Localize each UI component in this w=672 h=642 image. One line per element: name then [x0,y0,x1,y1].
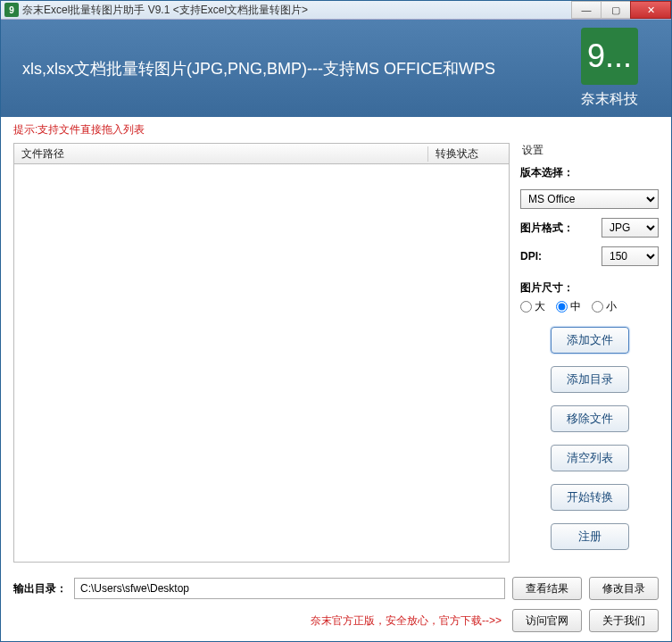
app-icon: 9 [4,3,19,17]
close-button[interactable]: ✕ [630,1,671,19]
size-radio-group: 大 中 小 [520,299,659,314]
company-name: 奈末科技 [569,90,650,109]
start-convert-button[interactable]: 开始转换 [551,484,629,511]
bottom-area: 输出目录： 查看结果 修改目录 奈末官方正版，安全放心，官方下载-->> 访问官… [1,570,671,641]
footer-text: 奈末官方正版，安全放心，官方下载-->> [311,613,502,629]
size-medium[interactable]: 中 [556,299,581,314]
col-status[interactable]: 转换状态 [428,146,509,162]
register-button[interactable]: 注册 [551,523,629,550]
add-file-button[interactable]: 添加文件 [551,327,629,354]
dpi-field: DPI: 150 [520,246,659,266]
change-dir-button[interactable]: 修改目录 [589,577,659,600]
file-list-panel: 文件路径 转换状态 [13,143,510,563]
settings-panel: 设置 版本选择： MS Office 图片格式： JPG DPI: 150 [520,143,659,563]
minimize-button[interactable]: — [571,1,601,19]
format-field: 图片格式： JPG [520,218,659,238]
format-label: 图片格式： [520,221,601,236]
size-large[interactable]: 大 [520,299,545,314]
maximize-button[interactable]: ▢ [601,1,631,19]
banner: xls,xlsx文档批量转图片(JPG,PNG,BMP)---支持MS OFFI… [1,20,671,117]
add-dir-button[interactable]: 添加目录 [551,366,629,393]
dpi-label: DPI: [520,250,601,263]
size-label: 图片尺寸： [520,280,659,296]
clear-list-button[interactable]: 清空列表 [551,445,629,471]
size-small[interactable]: 小 [592,299,617,314]
output-row: 输出目录： 查看结果 修改目录 [13,577,659,600]
view-result-button[interactable]: 查看结果 [512,577,582,600]
hint-text: 提示:支持文件直接拖入列表 [1,117,671,143]
visit-site-button[interactable]: 访问官网 [512,609,582,632]
output-label: 输出目录： [13,581,67,596]
app-window: 9 奈末Excel批量转图片助手 V9.1 <支持Excel文档批量转图片> —… [0,0,672,642]
window-controls: — ▢ ✕ [572,1,671,19]
main-area: 文件路径 转换状态 设置 版本选择： MS Office 图片格式： JPG D… [1,143,671,570]
dpi-select[interactable]: 150 [601,246,659,266]
output-path-input[interactable] [74,578,505,599]
table-header: 文件路径 转换状态 [13,143,510,164]
banner-logo: 9... 奈末科技 [569,28,650,109]
window-title: 奈末Excel批量转图片助手 V9.1 <支持Excel文档批量转图片> [22,3,572,18]
footer-row: 奈末官方正版，安全放心，官方下载-->> 访问官网 关于我们 [13,609,659,632]
table-body[interactable] [13,164,510,563]
version-field: 版本选择： [520,165,659,180]
logo-icon: 9... [581,28,638,85]
banner-headline: xls,xlsx文档批量转图片(JPG,PNG,BMP)---支持MS OFFI… [22,58,569,79]
remove-file-button[interactable]: 移除文件 [551,405,629,432]
titlebar: 9 奈末Excel批量转图片助手 V9.1 <支持Excel文档批量转图片> —… [1,1,671,20]
about-button[interactable]: 关于我们 [589,609,659,632]
version-label: 版本选择： [520,165,659,180]
settings-title: 设置 [520,143,659,158]
version-select[interactable]: MS Office [520,189,659,209]
format-select[interactable]: JPG [601,218,659,238]
col-file-path[interactable]: 文件路径 [14,146,428,162]
